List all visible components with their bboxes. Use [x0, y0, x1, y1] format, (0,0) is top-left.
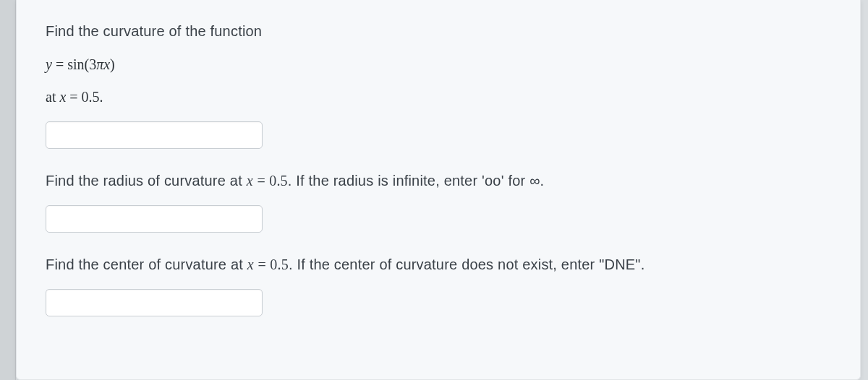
center-input[interactable] [46, 289, 263, 316]
question-intro: Find the curvature of the function [46, 20, 831, 42]
equation-display: y = sin(3πx) [46, 56, 831, 73]
radius-prompt: Find the radius of curvature at x = 0.5.… [46, 169, 831, 192]
radius-prompt-suffix: . If the radius is infinite, enter 'oo' … [288, 173, 545, 189]
at-point-display: at x = 0.5. [46, 89, 831, 105]
radius-prompt-prefix: Find the radius of curvature at [46, 173, 247, 189]
radius-math: x = 0.5 [247, 173, 288, 189]
center-prompt: Find the center of curvature at x = 0.5.… [46, 253, 831, 276]
radius-input[interactable] [46, 205, 263, 233]
question-panel: Find the curvature of the function y = s… [16, 0, 861, 380]
center-math: x = 0.5 [247, 256, 289, 272]
center-prompt-prefix: Find the center of curvature at [46, 256, 247, 272]
tool-sidebar [0, 0, 16, 380]
curvature-input[interactable] [46, 121, 263, 149]
center-prompt-suffix: . If the center of curvature does not ex… [289, 256, 645, 272]
